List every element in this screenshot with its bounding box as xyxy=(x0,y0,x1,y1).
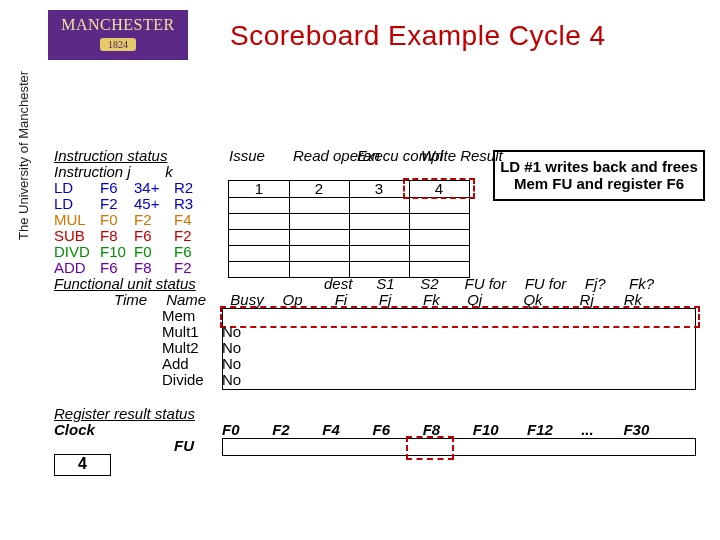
badge-name: MANCHESTER xyxy=(48,10,188,34)
instr-header-row: Instruction j k xyxy=(54,164,209,180)
hdr-exec: Execu compl xyxy=(357,148,421,164)
register-result-status-block: Register result status Clock F0 F2 F4 F6… xyxy=(54,406,694,422)
instruction-status-block: Instruction status Instruction j k Read … xyxy=(54,148,484,164)
table-row: ADDF6F8F2 xyxy=(54,260,193,276)
hdr-instruction: Instruction xyxy=(54,164,127,180)
badge-year: 1824 xyxy=(100,38,136,51)
ival-0-1: 2 xyxy=(289,181,349,197)
hdr-fj: Fj? xyxy=(585,276,625,292)
clock-label: Clock xyxy=(54,422,95,438)
table-row: SUBF8F6F2 xyxy=(54,228,193,244)
hdr-read: Read operan xyxy=(293,148,357,164)
table-row: MULF0F2F4 xyxy=(54,212,193,228)
sidebar-university-text: The University of Manchester xyxy=(16,71,31,240)
rrs-grid xyxy=(222,438,696,456)
ival-0-2: 3 xyxy=(349,181,409,197)
table-row: LDF245+R3 xyxy=(54,196,193,212)
table-row: DIVDF10F0F6 xyxy=(54,244,193,260)
highlight-write-result xyxy=(403,178,475,199)
hdr-dest: dest xyxy=(324,276,372,292)
hdr-fu1: FU for xyxy=(465,276,521,292)
table-row: Mult1No xyxy=(162,324,241,340)
hdr-s2: S2 xyxy=(420,276,460,292)
table-row: Mem xyxy=(162,308,241,324)
hdr-name: Name xyxy=(166,292,226,308)
table-row: Mult2No xyxy=(162,340,241,356)
rrs-section-label: Register result status xyxy=(54,405,195,422)
annotation-box: LD #1 writes back and frees Mem FU and r… xyxy=(493,150,705,201)
functional-unit-status-block: Functional unit status dest S1 S2 FU for… xyxy=(54,276,694,292)
highlight-mem-row xyxy=(220,306,700,328)
table-row: AddNo xyxy=(162,356,241,372)
hdr-issue-lbl: Issue xyxy=(229,148,265,164)
instr-rows: LDF634+R2 LDF245+R3 MULF0F2F4 SUBF8F6F2 … xyxy=(54,180,193,276)
university-badge: MANCHESTER 1824 xyxy=(48,10,188,60)
table-row: LDF634+R2 xyxy=(54,180,193,196)
page-title: Scoreboard Example Cycle 4 xyxy=(230,20,606,52)
clock-value: 4 xyxy=(54,454,111,476)
hdr-k: k xyxy=(165,164,209,180)
hdr-time: Time xyxy=(114,292,162,308)
hdr-write: Write Result xyxy=(421,148,485,164)
fus-rows: Mem Mult1No Mult2No AddNo DivideNo xyxy=(162,308,241,388)
hdr-fu2: FU for xyxy=(525,276,581,292)
hdr-fk: Fk? xyxy=(629,276,669,292)
instr-section-label: Instruction status xyxy=(54,147,167,164)
hdr-s1: S1 xyxy=(376,276,416,292)
fus-section-label: Functional unit status xyxy=(54,275,196,292)
highlight-f6-cell xyxy=(406,436,454,460)
ival-0-0: 1 xyxy=(229,181,289,197)
hdr-j: j xyxy=(127,164,165,180)
slide: MANCHESTER 1824 The University of Manche… xyxy=(0,0,720,540)
table-row: DivideNo xyxy=(162,372,241,388)
fu-label: FU xyxy=(174,438,194,454)
